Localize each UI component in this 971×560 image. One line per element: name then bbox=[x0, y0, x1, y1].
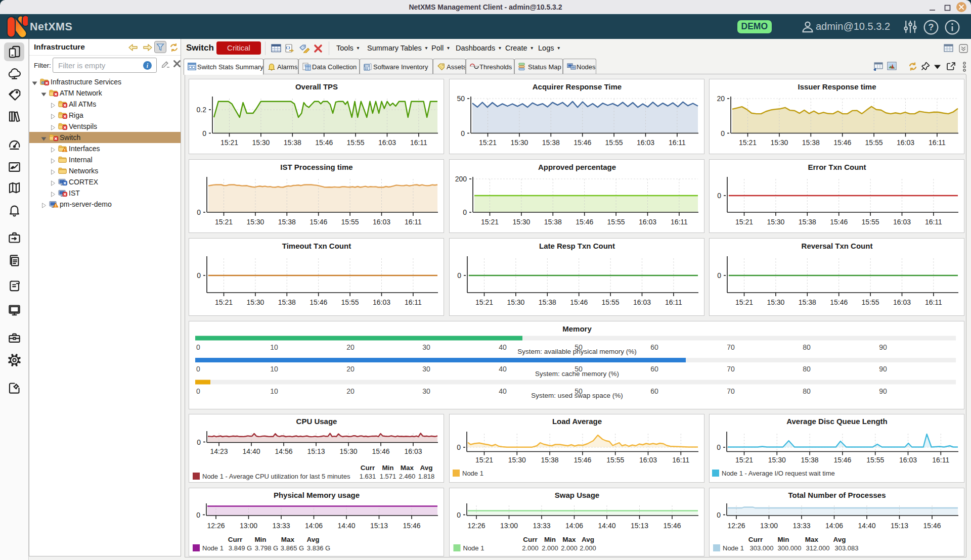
svg-text:15:21: 15:21 bbox=[735, 218, 753, 226]
svg-text:16:03: 16:03 bbox=[373, 298, 390, 306]
svg-text:Average Disc Queue Length: Average Disc Queue Length bbox=[786, 417, 888, 426]
svg-text:14:40: 14:40 bbox=[858, 521, 875, 529]
svg-text:30: 30 bbox=[422, 365, 430, 373]
svg-text:15:38: 15:38 bbox=[799, 298, 816, 306]
svg-text:1.571: 1.571 bbox=[380, 473, 396, 480]
svg-text:15:38: 15:38 bbox=[278, 218, 296, 226]
svg-text:15:46: 15:46 bbox=[315, 138, 333, 147]
svg-text:16:11: 16:11 bbox=[405, 298, 422, 306]
svg-text:0: 0 bbox=[717, 192, 721, 200]
svg-text:15:55: 15:55 bbox=[347, 138, 365, 147]
svg-text:13:00: 13:00 bbox=[760, 521, 778, 529]
svg-text:Issuer Response time: Issuer Response time bbox=[798, 82, 876, 91]
svg-text:16:11: 16:11 bbox=[405, 218, 422, 226]
svg-text:20: 20 bbox=[346, 387, 355, 395]
svg-text:15:46: 15:46 bbox=[576, 218, 593, 226]
svg-text:15:21: 15:21 bbox=[735, 456, 753, 464]
svg-text:?: ? bbox=[929, 22, 934, 32]
svg-text:15:30: 15:30 bbox=[770, 138, 788, 147]
svg-text:Avg: Avg bbox=[420, 464, 432, 472]
svg-text:50: 50 bbox=[457, 95, 465, 103]
svg-text:0: 0 bbox=[461, 129, 465, 137]
svg-text:70: 70 bbox=[727, 365, 735, 373]
svg-text:14:40: 14:40 bbox=[337, 521, 355, 529]
svg-text:14:40: 14:40 bbox=[598, 521, 615, 529]
svg-text:15:46: 15:46 bbox=[570, 298, 588, 306]
svg-text:303.083: 303.083 bbox=[835, 544, 859, 552]
svg-text:15:30: 15:30 bbox=[246, 218, 264, 226]
svg-text:15:55: 15:55 bbox=[341, 218, 359, 226]
svg-text:Min: Min bbox=[382, 464, 393, 472]
svg-text:15:46: 15:46 bbox=[372, 447, 389, 455]
svg-text:15:30: 15:30 bbox=[252, 138, 270, 147]
svg-text:13:00: 13:00 bbox=[240, 521, 257, 529]
svg-text:16:03: 16:03 bbox=[404, 447, 422, 455]
svg-text:15:46: 15:46 bbox=[830, 218, 848, 226]
svg-text:0: 0 bbox=[463, 208, 467, 216]
svg-text:15:30: 15:30 bbox=[339, 447, 357, 455]
svg-text:Avg: Avg bbox=[833, 536, 846, 543]
svg-text:Min: Min bbox=[777, 536, 789, 543]
svg-text:Node 1: Node 1 bbox=[723, 544, 744, 552]
svg-text:15:30: 15:30 bbox=[767, 298, 784, 306]
svg-text:15:13: 15:13 bbox=[370, 521, 388, 529]
svg-text:30: 30 bbox=[422, 343, 430, 351]
svg-text:16:03: 16:03 bbox=[899, 456, 917, 464]
svg-text:15:38: 15:38 bbox=[538, 298, 556, 306]
svg-text:15:38: 15:38 bbox=[801, 456, 819, 464]
svg-text:16:11: 16:11 bbox=[929, 138, 946, 147]
svg-text:14:23: 14:23 bbox=[210, 447, 228, 455]
svg-text:15:13: 15:13 bbox=[630, 521, 648, 529]
svg-text:0: 0 bbox=[197, 271, 201, 279]
svg-text:Reversal Txn Count: Reversal Txn Count bbox=[802, 242, 873, 250]
svg-text:Acquirer Response Time: Acquirer Response Time bbox=[532, 82, 621, 91]
svg-text:1.818: 1.818 bbox=[418, 473, 435, 480]
svg-text:13:33: 13:33 bbox=[792, 521, 810, 529]
svg-text:15:38: 15:38 bbox=[542, 138, 559, 147]
svg-text:15:21: 15:21 bbox=[478, 138, 496, 147]
svg-text:15:46: 15:46 bbox=[923, 521, 941, 529]
svg-text:15:30: 15:30 bbox=[508, 456, 525, 464]
svg-text:2.000: 2.000 bbox=[580, 544, 596, 552]
svg-text:Node 1 - Average I/O request w: Node 1 - Average I/O request wait time bbox=[722, 470, 835, 477]
svg-text:15:38: 15:38 bbox=[278, 298, 296, 306]
svg-text:10: 10 bbox=[270, 365, 278, 373]
svg-text:15:46: 15:46 bbox=[663, 521, 681, 529]
svg-text:15:46: 15:46 bbox=[833, 456, 851, 464]
svg-text:Node 1: Node 1 bbox=[202, 544, 224, 552]
svg-text:Swap Usage: Swap Usage bbox=[554, 491, 599, 499]
svg-text:16:11: 16:11 bbox=[925, 218, 942, 226]
svg-text:0: 0 bbox=[196, 365, 200, 373]
svg-text:15:46: 15:46 bbox=[833, 138, 851, 147]
svg-text:0: 0 bbox=[196, 387, 200, 395]
svg-text:15:46: 15:46 bbox=[310, 298, 327, 306]
svg-text:Curr: Curr bbox=[523, 536, 538, 543]
svg-text:15:30: 15:30 bbox=[512, 218, 530, 226]
svg-text:Max: Max bbox=[281, 536, 295, 543]
svg-text:15:46: 15:46 bbox=[830, 298, 848, 306]
svg-text:15:30: 15:30 bbox=[510, 138, 528, 147]
svg-text:Avg: Avg bbox=[306, 536, 319, 543]
svg-text:80: 80 bbox=[803, 387, 811, 395]
svg-text:Max: Max bbox=[401, 464, 414, 472]
svg-text:12:26: 12:26 bbox=[207, 521, 225, 529]
svg-text:0: 0 bbox=[721, 129, 725, 137]
svg-text:0: 0 bbox=[457, 271, 461, 279]
svg-text:Approved percentage: Approved percentage bbox=[538, 163, 615, 171]
svg-text:20: 20 bbox=[717, 95, 725, 103]
svg-text:15:21: 15:21 bbox=[480, 218, 498, 226]
svg-text:303.000: 303.000 bbox=[750, 544, 774, 552]
svg-text:0.2: 0.2 bbox=[197, 106, 207, 114]
svg-text:15:21: 15:21 bbox=[735, 298, 753, 306]
svg-text:15:30: 15:30 bbox=[768, 456, 786, 464]
svg-text:15:21: 15:21 bbox=[739, 138, 757, 147]
svg-text:15:13: 15:13 bbox=[307, 447, 325, 455]
svg-text:0: 0 bbox=[717, 271, 721, 279]
svg-text:15:38: 15:38 bbox=[541, 456, 558, 464]
svg-text:15:55: 15:55 bbox=[866, 456, 884, 464]
svg-text:13:00: 13:00 bbox=[500, 521, 517, 529]
svg-text:0: 0 bbox=[457, 510, 461, 519]
svg-text:40: 40 bbox=[499, 343, 507, 351]
svg-text:15:55: 15:55 bbox=[606, 456, 624, 464]
svg-text:15:21: 15:21 bbox=[215, 298, 233, 306]
